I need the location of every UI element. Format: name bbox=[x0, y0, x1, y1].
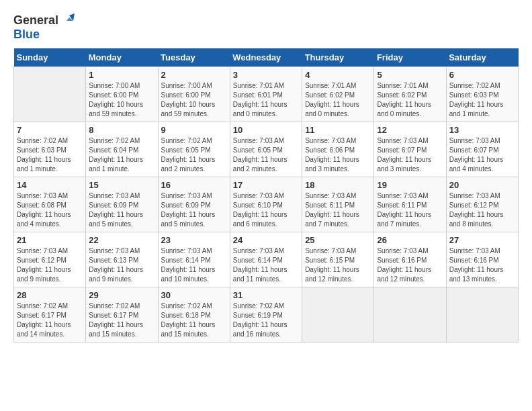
column-header-thursday: Thursday bbox=[302, 48, 374, 67]
calendar-cell: 23Sunrise: 7:03 AM Sunset: 6:14 PM Dayli… bbox=[158, 232, 230, 287]
day-info: Sunrise: 7:03 AM Sunset: 6:09 PM Dayligh… bbox=[161, 191, 227, 229]
column-header-saturday: Saturday bbox=[446, 48, 518, 67]
calendar-cell: 11Sunrise: 7:03 AM Sunset: 6:06 PM Dayli… bbox=[302, 122, 374, 177]
calendar-cell: 2Sunrise: 7:00 AM Sunset: 6:00 PM Daylig… bbox=[158, 66, 230, 122]
week-row-4: 21Sunrise: 7:03 AM Sunset: 6:12 PM Dayli… bbox=[14, 232, 519, 287]
day-number: 22 bbox=[89, 235, 154, 245]
day-number: 4 bbox=[305, 70, 371, 80]
calendar-cell: 1Sunrise: 7:00 AM Sunset: 6:00 PM Daylig… bbox=[86, 66, 158, 122]
day-info: Sunrise: 7:03 AM Sunset: 6:07 PM Dayligh… bbox=[449, 136, 515, 174]
calendar-cell: 16Sunrise: 7:03 AM Sunset: 6:09 PM Dayli… bbox=[158, 177, 230, 232]
day-number: 16 bbox=[161, 180, 227, 190]
calendar-cell: 15Sunrise: 7:03 AM Sunset: 6:09 PM Dayli… bbox=[86, 177, 158, 232]
day-info: Sunrise: 7:00 AM Sunset: 6:00 PM Dayligh… bbox=[89, 81, 154, 119]
logo: General Blue bbox=[13, 13, 75, 42]
day-number: 26 bbox=[377, 235, 443, 245]
day-info: Sunrise: 7:03 AM Sunset: 6:05 PM Dayligh… bbox=[233, 136, 299, 174]
day-number: 9 bbox=[161, 125, 227, 135]
day-number: 5 bbox=[377, 70, 443, 80]
day-info: Sunrise: 7:03 AM Sunset: 6:12 PM Dayligh… bbox=[17, 246, 83, 284]
day-info: Sunrise: 7:03 AM Sunset: 6:09 PM Dayligh… bbox=[89, 191, 154, 229]
day-number: 21 bbox=[17, 235, 83, 245]
day-info: Sunrise: 7:01 AM Sunset: 6:02 PM Dayligh… bbox=[377, 81, 443, 119]
day-info: Sunrise: 7:03 AM Sunset: 6:11 PM Dayligh… bbox=[305, 191, 371, 229]
day-number: 31 bbox=[233, 290, 299, 300]
week-row-5: 28Sunrise: 7:02 AM Sunset: 6:17 PM Dayli… bbox=[14, 287, 519, 342]
calendar-cell: 29Sunrise: 7:02 AM Sunset: 6:17 PM Dayli… bbox=[86, 287, 158, 342]
day-info: Sunrise: 7:03 AM Sunset: 6:14 PM Dayligh… bbox=[161, 246, 227, 284]
day-number: 13 bbox=[449, 125, 515, 135]
day-number: 27 bbox=[449, 235, 515, 245]
week-row-2: 7Sunrise: 7:02 AM Sunset: 6:03 PM Daylig… bbox=[14, 122, 519, 177]
calendar-cell: 4Sunrise: 7:01 AM Sunset: 6:02 PM Daylig… bbox=[302, 66, 374, 122]
day-number: 20 bbox=[449, 180, 515, 190]
day-info: Sunrise: 7:03 AM Sunset: 6:06 PM Dayligh… bbox=[305, 136, 371, 174]
day-number: 1 bbox=[89, 70, 154, 80]
day-info: Sunrise: 7:02 AM Sunset: 6:19 PM Dayligh… bbox=[233, 302, 299, 339]
calendar-cell: 20Sunrise: 7:03 AM Sunset: 6:12 PM Dayli… bbox=[446, 177, 518, 232]
day-number: 8 bbox=[89, 125, 154, 135]
calendar-cell: 28Sunrise: 7:02 AM Sunset: 6:17 PM Dayli… bbox=[14, 287, 86, 342]
calendar-cell: 22Sunrise: 7:03 AM Sunset: 6:13 PM Dayli… bbox=[86, 232, 158, 287]
column-header-tuesday: Tuesday bbox=[158, 48, 230, 67]
day-number: 25 bbox=[305, 235, 371, 245]
day-number: 24 bbox=[233, 235, 299, 245]
calendar-cell: 31Sunrise: 7:02 AM Sunset: 6:19 PM Dayli… bbox=[230, 287, 302, 342]
day-number: 6 bbox=[449, 70, 515, 80]
calendar-cell bbox=[302, 287, 374, 342]
week-row-3: 14Sunrise: 7:03 AM Sunset: 6:08 PM Dayli… bbox=[14, 177, 519, 232]
day-info: Sunrise: 7:01 AM Sunset: 6:01 PM Dayligh… bbox=[233, 81, 299, 119]
calendar-cell: 6Sunrise: 7:02 AM Sunset: 6:03 PM Daylig… bbox=[446, 66, 518, 122]
day-info: Sunrise: 7:03 AM Sunset: 6:16 PM Dayligh… bbox=[377, 246, 443, 284]
day-info: Sunrise: 7:00 AM Sunset: 6:00 PM Dayligh… bbox=[161, 81, 227, 119]
day-info: Sunrise: 7:03 AM Sunset: 6:08 PM Dayligh… bbox=[17, 191, 83, 229]
day-number: 12 bbox=[377, 125, 443, 135]
calendar-cell: 30Sunrise: 7:02 AM Sunset: 6:18 PM Dayli… bbox=[158, 287, 230, 342]
calendar-cell: 17Sunrise: 7:03 AM Sunset: 6:10 PM Dayli… bbox=[230, 177, 302, 232]
calendar-cell: 8Sunrise: 7:02 AM Sunset: 6:04 PM Daylig… bbox=[86, 122, 158, 177]
logo-general: General bbox=[13, 14, 58, 28]
day-info: Sunrise: 7:02 AM Sunset: 6:17 PM Dayligh… bbox=[17, 302, 83, 339]
day-number: 17 bbox=[233, 180, 299, 190]
day-info: Sunrise: 7:03 AM Sunset: 6:14 PM Dayligh… bbox=[233, 246, 299, 284]
day-info: Sunrise: 7:03 AM Sunset: 6:10 PM Dayligh… bbox=[233, 191, 299, 229]
calendar-cell: 12Sunrise: 7:03 AM Sunset: 6:07 PM Dayli… bbox=[374, 122, 446, 177]
column-header-friday: Friday bbox=[374, 48, 446, 67]
day-info: Sunrise: 7:02 AM Sunset: 6:03 PM Dayligh… bbox=[449, 81, 515, 119]
calendar-cell: 24Sunrise: 7:03 AM Sunset: 6:14 PM Dayli… bbox=[230, 232, 302, 287]
calendar-cell: 18Sunrise: 7:03 AM Sunset: 6:11 PM Dayli… bbox=[302, 177, 374, 232]
calendar-cell: 27Sunrise: 7:03 AM Sunset: 6:16 PM Dayli… bbox=[446, 232, 518, 287]
calendar-cell: 14Sunrise: 7:03 AM Sunset: 6:08 PM Dayli… bbox=[14, 177, 86, 232]
day-number: 3 bbox=[233, 70, 299, 80]
day-number: 19 bbox=[377, 180, 443, 190]
calendar-cell bbox=[14, 66, 86, 122]
week-row-1: 1Sunrise: 7:00 AM Sunset: 6:00 PM Daylig… bbox=[14, 66, 519, 122]
day-number: 15 bbox=[89, 180, 154, 190]
calendar-cell: 5Sunrise: 7:01 AM Sunset: 6:02 PM Daylig… bbox=[374, 66, 446, 122]
day-number: 29 bbox=[89, 290, 154, 300]
calendar-cell: 3Sunrise: 7:01 AM Sunset: 6:01 PM Daylig… bbox=[230, 66, 302, 122]
day-info: Sunrise: 7:03 AM Sunset: 6:11 PM Dayligh… bbox=[377, 191, 443, 229]
day-info: Sunrise: 7:03 AM Sunset: 6:12 PM Dayligh… bbox=[449, 191, 515, 229]
day-info: Sunrise: 7:03 AM Sunset: 6:16 PM Dayligh… bbox=[449, 246, 515, 284]
day-info: Sunrise: 7:03 AM Sunset: 6:07 PM Dayligh… bbox=[377, 136, 443, 174]
column-header-sunday: Sunday bbox=[14, 48, 86, 67]
day-number: 23 bbox=[161, 235, 227, 245]
header: General Blue bbox=[13, 13, 519, 42]
day-info: Sunrise: 7:02 AM Sunset: 6:17 PM Dayligh… bbox=[89, 302, 154, 339]
day-info: Sunrise: 7:02 AM Sunset: 6:18 PM Dayligh… bbox=[161, 302, 227, 339]
calendar-cell: 19Sunrise: 7:03 AM Sunset: 6:11 PM Dayli… bbox=[374, 177, 446, 232]
day-number: 11 bbox=[305, 125, 371, 135]
day-number: 28 bbox=[17, 290, 83, 300]
day-info: Sunrise: 7:03 AM Sunset: 6:13 PM Dayligh… bbox=[89, 246, 154, 284]
calendar-cell bbox=[374, 287, 446, 342]
column-header-monday: Monday bbox=[86, 48, 158, 67]
calendar-cell: 7Sunrise: 7:02 AM Sunset: 6:03 PM Daylig… bbox=[14, 122, 86, 177]
calendar-cell: 25Sunrise: 7:03 AM Sunset: 6:15 PM Dayli… bbox=[302, 232, 374, 287]
day-number: 2 bbox=[161, 70, 227, 80]
calendar-cell: 9Sunrise: 7:02 AM Sunset: 6:05 PM Daylig… bbox=[158, 122, 230, 177]
logo-bird-icon bbox=[60, 13, 75, 28]
day-number: 30 bbox=[161, 290, 227, 300]
day-number: 7 bbox=[17, 125, 83, 135]
day-number: 14 bbox=[17, 180, 83, 190]
